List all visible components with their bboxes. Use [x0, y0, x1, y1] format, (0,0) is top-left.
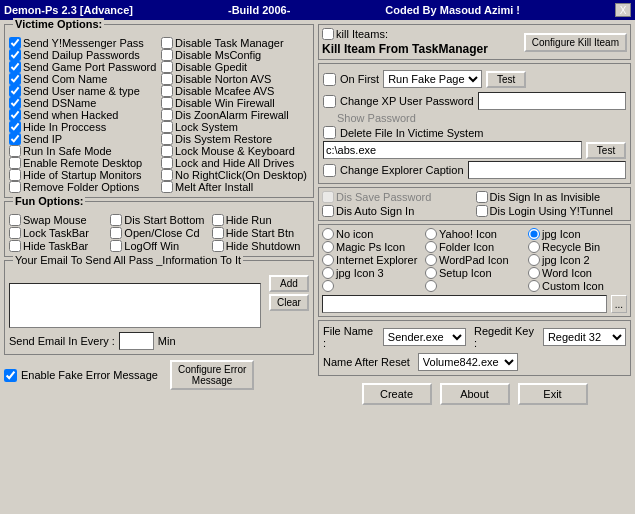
configure-error-button[interactable]: Configure Error Message: [170, 360, 254, 390]
chk-hidestartbtn: Hide Start Btn: [212, 227, 309, 239]
send-interval-input[interactable]: 30: [119, 332, 154, 350]
dis-section: Dis Save Password Dis Sign In as Invisib…: [318, 187, 631, 221]
xp-password-input[interactable]: [478, 92, 626, 110]
chk-removefolder-input[interactable]: [9, 181, 21, 193]
chk-safemode-input[interactable]: [9, 145, 21, 157]
radio-empty2-input[interactable]: [425, 280, 437, 292]
chk-logoff: LogOff Win: [110, 240, 207, 252]
chk-taskmanager-input[interactable]: [161, 37, 173, 49]
fun-options-grid: Swap Mouse Dis Start Bottom Hide Run Loc…: [9, 214, 309, 252]
explorer-caption-input[interactable]: [468, 161, 626, 179]
chk-hideproc-input[interactable]: [9, 121, 21, 133]
chk-hidedrives-input[interactable]: [161, 157, 173, 169]
dis-save-checkbox[interactable]: [322, 191, 334, 203]
radio-ie-input[interactable]: [322, 254, 334, 266]
add-email-button[interactable]: Add: [269, 275, 309, 292]
chk-gameport-input[interactable]: [9, 61, 21, 73]
radio-jpg2-input[interactable]: [528, 254, 540, 266]
change-explorer-checkbox[interactable]: [323, 164, 336, 177]
chk-mcafee-input[interactable]: [161, 85, 173, 97]
enable-fake-error-checkbox[interactable]: [4, 369, 17, 382]
chk-startup: Hide of Startup Monitors: [9, 169, 157, 181]
chk-username-input[interactable]: [9, 85, 21, 97]
email-textarea[interactable]: [9, 283, 261, 328]
chk-sendip-input[interactable]: [9, 133, 21, 145]
chk-dailup-input[interactable]: [9, 49, 21, 61]
run-fake-page-select[interactable]: Run Fake Page: [383, 70, 482, 88]
chk-norton-input[interactable]: [161, 73, 173, 85]
chk-winfirewall-input[interactable]: [161, 97, 173, 109]
clear-email-button[interactable]: Clear: [269, 294, 309, 311]
radio-jpg3-input[interactable]: [322, 267, 334, 279]
chk-safemode: Run In Safe Mode: [9, 145, 157, 157]
chk-sysrestore-input[interactable]: [161, 133, 173, 145]
chk-meltafter-input[interactable]: [161, 181, 173, 193]
dis-signin-checkbox[interactable]: [476, 191, 488, 203]
chk-swapmouse-input[interactable]: [9, 214, 21, 226]
chk-remote-input[interactable]: [9, 157, 21, 169]
name-after-reset-select[interactable]: Volume842.exe: [418, 353, 518, 371]
chk-norightclick-input[interactable]: [161, 169, 173, 181]
radio-empty-input[interactable]: [322, 280, 334, 292]
close-button[interactable]: X: [615, 3, 631, 17]
radio-setup-input[interactable]: [425, 267, 437, 279]
test-button-2[interactable]: Test: [586, 142, 626, 159]
dis-save-label: Dis Save Password: [336, 191, 431, 203]
chk-locksystem-input[interactable]: [161, 121, 173, 133]
test-button-1[interactable]: Test: [486, 71, 526, 88]
radio-folder-input[interactable]: [425, 241, 437, 253]
kill-iteams-checkbox[interactable]: [322, 28, 334, 40]
radio-folder: Folder Icon: [425, 241, 524, 253]
path-row: Test: [323, 141, 626, 159]
chk-comname-input[interactable]: [9, 73, 21, 85]
chk-gpedit-input[interactable]: [161, 61, 173, 73]
chk-locksystem: Lock System: [161, 121, 309, 133]
dis-save-row: Dis Save Password: [322, 191, 474, 203]
chk-openclosecd-input[interactable]: [110, 227, 122, 239]
radio-recycle-input[interactable]: [528, 241, 540, 253]
chk-locktaskbar: Lock TaskBar: [9, 227, 106, 239]
radio-magicps-input[interactable]: [322, 241, 334, 253]
chk-whenhacked-input[interactable]: [9, 109, 21, 121]
chk-logoff-input[interactable]: [110, 240, 122, 252]
dis-autosign-checkbox[interactable]: [322, 205, 334, 217]
radio-jpg-input[interactable]: [528, 228, 540, 240]
chk-hideshutdown-input[interactable]: [212, 240, 224, 252]
delete-file-checkbox[interactable]: [323, 126, 336, 139]
exit-button[interactable]: Exit: [518, 383, 588, 405]
about-button[interactable]: About: [440, 383, 510, 405]
title-bar: Demon-Ps 2.3 [Advance] -Build 2006- Code…: [0, 0, 635, 20]
dis-signin-label: Dis Sign In as Invisible: [490, 191, 601, 203]
configure-kill-button[interactable]: Configure Kill Iteam: [524, 33, 627, 52]
radio-noicon-input[interactable]: [322, 228, 334, 240]
chk-messenger-pass-input[interactable]: [9, 37, 21, 49]
chk-zonealarm-input[interactable]: [161, 109, 173, 121]
path-input[interactable]: [323, 141, 582, 159]
radio-noicon: No icon: [322, 228, 421, 240]
radio-word-input[interactable]: [528, 267, 540, 279]
on-first-checkbox[interactable]: [323, 73, 336, 86]
custom-icon-row: ...: [322, 295, 627, 313]
chk-msconfig-input[interactable]: [161, 49, 173, 61]
change-xp-checkbox[interactable]: [323, 95, 336, 108]
chk-startbottom-input[interactable]: [110, 214, 122, 226]
chk-lockmouse-input[interactable]: [161, 145, 173, 157]
chk-hidetaskbar-input[interactable]: [9, 240, 21, 252]
create-button[interactable]: Create: [362, 383, 432, 405]
regedit-select[interactable]: Regedit 32: [543, 328, 626, 346]
radio-custom-input[interactable]: [528, 280, 540, 292]
browse-icon-button[interactable]: ...: [611, 295, 627, 313]
chk-hidestartbtn-input[interactable]: [212, 227, 224, 239]
custom-icon-input[interactable]: [322, 295, 607, 313]
chk-dsname-input[interactable]: [9, 97, 21, 109]
file-name-select[interactable]: Sender.exe: [383, 328, 466, 346]
radio-wordpad-input[interactable]: [425, 254, 437, 266]
chk-startup-input[interactable]: [9, 169, 21, 181]
email-section-title: Your Email To Send All Pass _Information…: [13, 254, 243, 266]
dis-login-checkbox[interactable]: [476, 205, 488, 217]
show-password-label: Show Password: [337, 112, 416, 124]
chk-hiderun-input[interactable]: [212, 214, 224, 226]
chk-locktaskbar-input[interactable]: [9, 227, 21, 239]
radio-yahoo-input[interactable]: [425, 228, 437, 240]
fun-options-title: Fun Options:: [13, 195, 85, 207]
